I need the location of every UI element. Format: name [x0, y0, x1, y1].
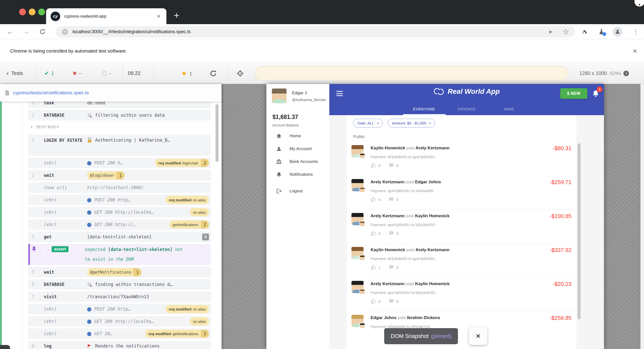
- back-to-tests-button[interactable]: ‹ Tests: [7, 63, 23, 84]
- comment-icon[interactable]: [388, 265, 394, 270]
- send-to-device-icon[interactable]: [548, 29, 554, 35]
- rwa-logo-icon: [434, 88, 444, 95]
- command-number: 6: [32, 279, 40, 290]
- flag-icon: [87, 344, 92, 349]
- viewport-info-icon[interactable]: i: [623, 71, 629, 76]
- new-tab-button[interactable]: +: [174, 10, 179, 21]
- like-icon[interactable]: [371, 231, 376, 236]
- command-number: 3: [32, 232, 40, 242]
- page-scrollbar[interactable]: [640, 84, 644, 349]
- transaction-row[interactable]: Kaylin Homenick paid Arely Kertzmann Pay…: [347, 142, 577, 176]
- command-row-xhr[interactable]: (xhr) POST 200 http… req modified no ali…: [28, 195, 211, 205]
- comment-icon[interactable]: [388, 298, 394, 304]
- transaction-social: 0 0: [371, 163, 399, 168]
- like-icon[interactable]: [371, 197, 376, 202]
- url-text[interactable]: localhost:3000/__/#/tests/integration/ui…: [73, 29, 548, 34]
- command-row-wait[interactable]: 5 wait @getNotifications 1: [28, 267, 211, 277]
- command-row-xhr[interactable]: (xhr) GET 200 http://… getNotifications …: [28, 219, 211, 230]
- passed-count: ✔ 1: [44, 63, 54, 84]
- unpin-snapshot-button[interactable]: ×: [469, 327, 487, 345]
- transaction-row[interactable]: Arely Kertzmann paid Kaylin Homenick Pay…: [347, 210, 577, 244]
- transaction-row[interactable]: Edgar Johns paid Ibrahim Dickens Payment…: [347, 312, 577, 346]
- tab-close-icon[interactable]: ×: [155, 13, 162, 20]
- badge-count: 1: [133, 268, 141, 276]
- alias-badge: @getNotifications 1: [87, 268, 138, 276]
- sidebar-item-notifications[interactable]: Notifications: [266, 169, 329, 180]
- extensions-puzzle-icon[interactable]: [579, 26, 590, 37]
- badge-count: 2: [201, 221, 209, 229]
- traffic-light-minimize[interactable]: [29, 9, 35, 15]
- reload-icon[interactable]: [37, 26, 48, 37]
- like-icon[interactable]: [371, 265, 376, 270]
- browser-tab[interactable]: cy cypress-realworld-app ×: [46, 8, 166, 24]
- reporter-scrollbar[interactable]: [216, 104, 219, 162]
- comment-icon[interactable]: [388, 163, 394, 168]
- command-row-database[interactable]: 2 DATABASE filtering within users data: [28, 110, 211, 120]
- browser-profile-avatar[interactable]: [612, 26, 623, 37]
- spec-path-link[interactable]: cypress/tests/ui/notifications.spec.ts: [13, 90, 89, 96]
- tab-mine[interactable]: MINE: [488, 103, 530, 115]
- file-icon: [5, 90, 9, 96]
- selector-playground-button[interactable]: [236, 63, 244, 84]
- site-info-icon[interactable]: [62, 29, 68, 35]
- transaction-list-scrollbar[interactable]: [578, 143, 581, 319]
- command-number: 5: [32, 267, 40, 277]
- new-transaction-button[interactable]: $ NEW: [560, 88, 587, 99]
- command-row-log[interactable]: 8 log Renders the notifications: [28, 341, 211, 349]
- command-row-xhr[interactable]: (xhr) GET 20… req modified getNotificati…: [28, 328, 211, 339]
- command-row-login[interactable]: 1 LOGIN BY XSTATE Authenticating | Katha…: [28, 135, 211, 156]
- app-url-field[interactable]: [255, 66, 568, 80]
- test-body-section[interactable]: ▼ TEST BODY: [30, 125, 59, 129]
- like-icon[interactable]: [371, 298, 376, 304]
- sidebar-item-logout[interactable]: Logout: [266, 186, 329, 197]
- command-row-wait[interactable]: 2 wait @loginUser 1: [28, 170, 211, 181]
- command-method: (xhr): [44, 316, 86, 327]
- command-row-database[interactable]: 6 DATABASE finding within transactions d…: [28, 279, 211, 290]
- transaction-row[interactable]: Kaylin Homenick paid Arely Kertzmann Pay…: [347, 244, 577, 278]
- comment-icon[interactable]: [388, 231, 394, 236]
- traffic-light-zoom[interactable]: [38, 9, 45, 15]
- command-row-visit[interactable]: 7 visit /transaction/7XaoAWOrn13: [28, 291, 211, 302]
- xhr-dot-icon: [87, 307, 91, 312]
- auto-scrolling-toggle[interactable]: ↕: [182, 63, 192, 84]
- flask-icon[interactable]: [596, 26, 607, 37]
- browser-menu-icon[interactable]: ⋮: [630, 24, 641, 39]
- address-bar[interactable]: localhost:3000/__/#/tests/integration/ui…: [56, 26, 575, 37]
- command-number: 2: [32, 110, 40, 120]
- command-row-xhr[interactable]: (xhr) GET 200 http://localho… no alias: [28, 207, 211, 217]
- command-row-xhr[interactable]: (xhr) POST 200 http… req modified no ali…: [28, 304, 211, 314]
- date-filter-chip[interactable]: Date: ALL ▾: [353, 119, 383, 127]
- command-row-assert-pinned[interactable]: - assert expected [data-test=list-skelet…: [28, 244, 211, 265]
- command-message: @getNotifications 1: [87, 267, 209, 277]
- like-count: 0: [378, 231, 380, 236]
- transaction-row[interactable]: Arely Kertzmann paid Edgar Johns Payment…: [347, 176, 577, 210]
- app-scrollbar-track[interactable]: [600, 115, 603, 349]
- forward-icon[interactable]: →: [20, 24, 32, 39]
- home-icon: [276, 133, 282, 139]
- back-icon[interactable]: ←: [5, 24, 16, 39]
- amount-filter-chip[interactable]: Amount: $0 - $1,000 ▾: [388, 119, 435, 127]
- tab-friends[interactable]: FRIENDS: [445, 103, 488, 115]
- command-row-get[interactable]: 3 get [data-test=list-skeleton] 0: [28, 232, 211, 242]
- command-row-new-url[interactable]: (new url) http://localhost:3000/: [28, 182, 211, 193]
- traffic-light-close[interactable]: [19, 9, 26, 15]
- transaction-row[interactable]: Arely Kertzmann paid Kaylin Homenick Pay…: [347, 278, 577, 312]
- restart-tests-button[interactable]: [209, 63, 217, 84]
- command-row-xhr[interactable]: (xhr) GET 200 http://localho… no alias: [28, 316, 211, 327]
- command-method: DATABASE: [44, 110, 86, 120]
- route-badge: req modified no alias: [166, 196, 209, 204]
- banner-close-icon[interactable]: ×: [627, 39, 642, 63]
- sidebar-item-home[interactable]: Home: [266, 130, 329, 142]
- tab-everyone[interactable]: EVERYONE: [403, 103, 445, 115]
- sidebar-item-my-account[interactable]: My Account: [266, 143, 329, 154]
- bookmark-star-icon[interactable]: ☆: [563, 28, 569, 36]
- command-row-xhr[interactable]: (xhr) POST 200 h… req modified loginUser…: [28, 158, 211, 168]
- sidebar-item-bank-accounts[interactable]: Bank Accounts: [266, 156, 329, 167]
- transaction-title: Edgar Johns paid Ibrahim Dickens: [371, 315, 440, 320]
- nav-label: Logout: [290, 189, 303, 194]
- profile-badge-icon[interactable]: ▾: [634, 0, 644, 7]
- like-icon[interactable]: [371, 163, 376, 168]
- comment-icon[interactable]: [388, 197, 394, 202]
- account-balance: $1,681.37: [272, 114, 298, 120]
- feed-tabs: EVERYONE FRIENDS MINE: [329, 103, 604, 115]
